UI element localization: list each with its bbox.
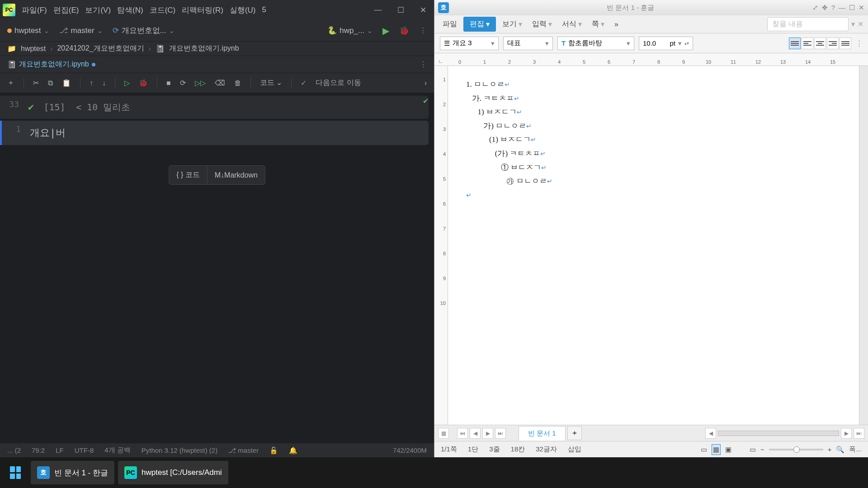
debug-cell-button[interactable]: 🐞	[139, 79, 148, 87]
next-label[interactable]: 다음으로 이동	[316, 78, 361, 88]
maximize-button[interactable]: ☐	[392, 2, 409, 18]
move-up-button[interactable]: ↑	[90, 79, 93, 87]
align-right-button[interactable]	[827, 38, 839, 49]
search-input[interactable]: 찾을 내용	[767, 17, 849, 31]
horizontal-ruler[interactable]: ∟ 0123456789101112131415	[434, 53, 868, 66]
menu-refactor[interactable]: 리팩터링(R)	[182, 5, 223, 15]
cut-button[interactable]: ✂	[33, 79, 39, 87]
hscroll-left[interactable]: ◀	[705, 428, 716, 439]
status-left[interactable]: ... (2	[7, 446, 21, 454]
run-button[interactable]: ▶	[382, 25, 389, 36]
search-dropdown[interactable]: ▾	[851, 20, 855, 28]
project-selector[interactable]: hwptest ⌄	[7, 26, 49, 35]
cell-type-selector[interactable]: 코드 ⌄	[260, 78, 282, 88]
align-left-button[interactable]	[802, 38, 813, 49]
hscroll-right[interactable]: ▶	[841, 428, 852, 439]
last-page-button[interactable]: ⏭	[495, 428, 506, 439]
menu-input[interactable]: 입력 ▾	[528, 18, 556, 31]
size-combo[interactable]: 10.0 pt ▾ ▴▾	[639, 37, 693, 50]
align-distribute-button[interactable]	[840, 38, 851, 49]
status-page[interactable]: 1/1쪽	[441, 445, 457, 454]
document-line[interactable]: 1) ㅂㅈㄷㄱ↵	[466, 105, 841, 119]
add-markdown-cell-button[interactable]: M↓Markdown	[208, 166, 265, 184]
menu-view[interactable]: 보기(V)	[85, 5, 111, 15]
minimize-button[interactable]: —	[839, 4, 845, 12]
document-line[interactable]: (1) ㅂㅈㄷㄱ↵	[466, 133, 841, 147]
zoom-plus[interactable]: +	[828, 446, 832, 453]
document-line[interactable]: ㉮ ㅁㄴㅇㄹ↵	[466, 174, 841, 188]
status-mode[interactable]: 삽입	[568, 445, 581, 454]
lock-icon[interactable]: 🔓	[269, 446, 278, 455]
run-cell-button[interactable]: ▷	[124, 79, 130, 87]
document-line[interactable]: 가) ㅁㄴㅇㄹ↵	[466, 119, 841, 133]
add-document-button[interactable]: ＋	[567, 426, 582, 440]
menu-file[interactable]: 파일(F)	[22, 5, 47, 15]
document-tab[interactable]: 빈 문서 1	[519, 426, 566, 441]
notebook-editor[interactable]: ✔ 33 ✔ [15] < 10 밀리초 1 개요|버 { } 코드 M↓Mar…	[0, 93, 434, 443]
horizontal-scrollbar[interactable]	[718, 431, 839, 436]
branch-selector[interactable]: ⎇ master ⌄	[59, 26, 103, 35]
expand-icon[interactable]: ›	[425, 79, 427, 87]
close-button[interactable]: ✕	[415, 2, 431, 18]
taskbar-hangul[interactable]: 호 빈 문서 1 - 한글	[31, 461, 114, 484]
status-line[interactable]: 3줄	[489, 445, 500, 454]
menu-overflow[interactable]: 5	[262, 5, 266, 14]
menu-run[interactable]: 실행(U)	[230, 5, 256, 15]
zoom-search-icon[interactable]: 🔍	[836, 446, 844, 454]
help-icon[interactable]: ?	[831, 4, 835, 12]
view-icon-1[interactable]: ▭	[701, 446, 707, 454]
close-button[interactable]: ✕	[859, 4, 864, 12]
menu-format[interactable]: 서식 ▾	[558, 18, 585, 31]
crumb-2[interactable]: 개요번호없애기.ipynb	[169, 44, 239, 53]
stop-button[interactable]: ■	[166, 79, 171, 87]
taskbar-pycharm[interactable]: PC hwptest [C:/Users/Admi	[118, 461, 228, 484]
view-icon-2[interactable]: ▦	[712, 444, 721, 455]
interpreter-selector[interactable]: 🐍 hwp_... ⌄	[327, 26, 373, 35]
status-spaces[interactable]: 4개 공백	[104, 446, 131, 455]
add-cell-button[interactable]: ＋	[7, 78, 14, 88]
start-button[interactable]	[4, 461, 27, 484]
status-python[interactable]: Python 3.12 (hwptest) (2)	[142, 446, 217, 454]
bell-icon[interactable]: 🔔	[289, 446, 297, 455]
crumb-1[interactable]: 20241202_개요번호없애기	[57, 44, 144, 53]
document-line[interactable]: ① ㅂㄷㅈㄱ↵	[466, 161, 841, 175]
document-line[interactable]: (가) ㅋㅌㅊㅍ↵	[466, 147, 841, 161]
pin-icon[interactable]: ✥	[822, 4, 828, 12]
toolbar-more[interactable]: ⋮	[856, 39, 863, 47]
crumb-0[interactable]: hwptest	[21, 45, 46, 53]
menu-code[interactable]: 코드(C)	[150, 5, 176, 15]
tab-more-button[interactable]: ⋮	[420, 60, 427, 69]
restart-button[interactable]: ⟳	[180, 79, 186, 87]
run-all-button[interactable]: ▷▷	[195, 79, 206, 87]
document-line[interactable]: ↵	[466, 188, 841, 202]
move-down-button[interactable]: ↓	[102, 79, 106, 87]
editor-tab[interactable]: 📓 개요번호없애기.ipynb	[7, 60, 95, 69]
more-button[interactable]: ⋮	[419, 26, 427, 35]
zoom-minus[interactable]: −	[760, 446, 764, 453]
zoom-out-button[interactable]: ▭	[750, 446, 756, 454]
first-page-button[interactable]: ⏮	[457, 428, 468, 439]
menu-overflow[interactable]: »	[611, 19, 622, 30]
expand-icon[interactable]: ⤢	[812, 4, 818, 12]
lang-combo[interactable]: 대표 ▾	[503, 37, 553, 50]
menu-page[interactable]: 쪽 ▾	[588, 18, 608, 31]
menubar-close[interactable]: ✕	[858, 20, 863, 28]
align-justify-button[interactable]	[789, 38, 801, 49]
zoom-label[interactable]: 폭...	[849, 445, 862, 454]
menu-file[interactable]: 파일	[439, 18, 461, 31]
maximize-button[interactable]: ☐	[849, 4, 855, 12]
menu-navigate[interactable]: 탐색(N)	[117, 5, 143, 15]
status-memory[interactable]: 742/2400M	[393, 446, 427, 454]
font-combo[interactable]: T 함초롬바탕 ▾	[557, 37, 634, 50]
document-line[interactable]: 1. ㅁㄴㅇㄹ↵	[466, 78, 841, 92]
prev-page-button[interactable]: ◀	[470, 428, 481, 439]
copy-button[interactable]: ⧉	[48, 79, 53, 87]
minimize-button[interactable]: —	[370, 2, 386, 18]
notebook-cell-prev[interactable]: 33 ✔ [15] < 10 밀리초	[0, 96, 429, 119]
status-branch[interactable]: ⎇ master	[228, 446, 259, 455]
next-page-button[interactable]: ▶	[482, 428, 493, 439]
status-col[interactable]: 18칸	[511, 445, 525, 454]
cell-text[interactable]: 개요|버	[25, 124, 429, 141]
spinner-icon[interactable]: ▴▾	[684, 42, 689, 45]
vertical-scrollbar[interactable]	[859, 66, 868, 425]
